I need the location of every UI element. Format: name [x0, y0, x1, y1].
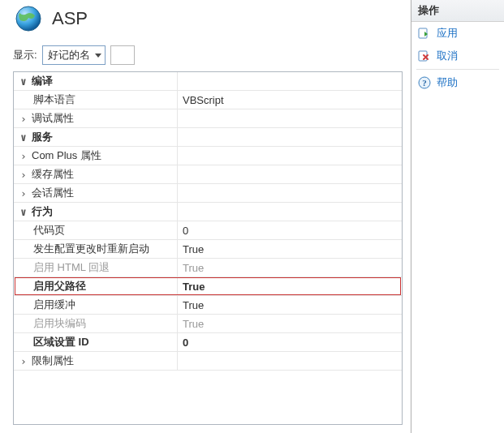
chevron-down-icon	[95, 54, 101, 58]
cancel-label: 取消	[437, 49, 458, 63]
category-compile[interactable]: ∨编译	[14, 72, 402, 91]
globe-icon	[15, 5, 42, 32]
asp-config-window: ASP 显示: 好记的名 ∨编译 脚本语言 VBScript ›调试属性	[0, 0, 504, 433]
property-grid: ∨编译 脚本语言 VBScript ›调试属性 ∨服务 ›Com Plus 属性…	[13, 71, 403, 425]
chevron-down-icon: ∨	[19, 75, 28, 88]
prop-locale-id-value[interactable]: 0	[178, 333, 402, 351]
cancel-icon	[418, 49, 431, 62]
main-pane: ASP 显示: 好记的名 ∨编译 脚本语言 VBScript ›调试属性	[0, 0, 411, 433]
svg-rect-2	[419, 51, 427, 61]
prop-enable-buffering-value[interactable]: True	[178, 296, 402, 314]
title-row: ASP	[0, 0, 411, 41]
sub-complus-props[interactable]: ›Com Plus 属性	[14, 147, 402, 165]
prop-restart-value[interactable]: True	[178, 240, 402, 258]
apply-label: 应用	[437, 26, 458, 41]
help-action[interactable]: ? 帮助	[411, 71, 504, 94]
chevron-down-icon: ∨	[19, 131, 28, 144]
prop-codepage-value[interactable]: 0	[178, 221, 402, 239]
prop-enable-chunked: 启用块编码 True	[14, 315, 402, 333]
actions-pane: 操作 应用 取消	[411, 0, 504, 433]
sub-cache-props[interactable]: ›缓存属性	[14, 165, 402, 184]
chevron-right-icon: ›	[19, 169, 28, 181]
prop-script-language[interactable]: 脚本语言 VBScript	[14, 91, 402, 109]
prop-locale-id[interactable]: 区域设置 ID 0	[14, 333, 402, 352]
category-services[interactable]: ∨服务	[14, 128, 402, 147]
chevron-down-icon: ∨	[19, 206, 28, 218]
category-behavior[interactable]: ∨行为	[14, 203, 402, 221]
chevron-right-icon: ›	[19, 187, 28, 199]
chevron-right-icon: ›	[19, 113, 28, 125]
actions-header: 操作	[411, 0, 504, 22]
prop-enable-buffering[interactable]: 启用缓冲 True	[14, 296, 402, 315]
page-title: ASP	[52, 8, 88, 29]
prop-script-language-value[interactable]: VBScript	[178, 91, 402, 109]
prop-enable-parent-paths-value[interactable]: True	[178, 277, 402, 295]
apply-icon	[418, 27, 431, 40]
help-icon: ?	[418, 76, 431, 89]
prop-html-fallback: 启用 HTML 回退 True	[14, 259, 402, 277]
help-label: 帮助	[437, 75, 458, 90]
display-filter-combo[interactable]: 好记的名	[42, 45, 106, 65]
filter-aux-box[interactable]	[110, 45, 135, 65]
apply-action[interactable]: 应用	[411, 22, 504, 45]
chevron-right-icon: ›	[19, 150, 28, 162]
sub-debug-props[interactable]: ›调试属性	[14, 109, 402, 128]
chevron-right-icon: ›	[19, 355, 28, 367]
prop-restart-on-config-change[interactable]: 发生配置更改时重新启动 True	[14, 240, 402, 259]
prop-codepage[interactable]: 代码页 0	[14, 221, 402, 240]
prop-enable-chunked-value: True	[178, 315, 402, 332]
filter-label: 显示:	[13, 48, 37, 62]
sub-session-props[interactable]: ›会话属性	[14, 184, 402, 203]
svg-text:?: ?	[422, 78, 427, 88]
prop-html-fallback-value: True	[178, 259, 402, 277]
cancel-action[interactable]: 取消	[411, 45, 504, 67]
divider	[416, 69, 499, 70]
sub-limits-props[interactable]: ›限制属性	[14, 352, 402, 371]
filter-row: 显示: 好记的名	[0, 41, 411, 71]
display-filter-value: 好记的名	[48, 48, 90, 62]
prop-enable-parent-paths[interactable]: 启用父路径 True	[14, 277, 402, 296]
